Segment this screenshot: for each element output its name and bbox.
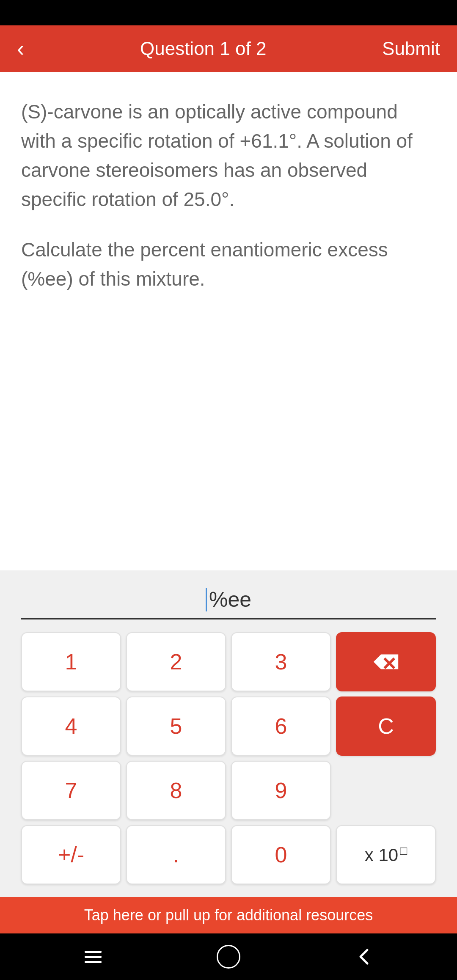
bottom-banner[interactable]: Tap here or pull up for additional resou… [0,897,457,933]
key-8[interactable]: 8 [126,761,226,820]
question-paragraph-1: (S)-carvone is an optically active compo… [21,97,436,214]
key-empty [336,761,436,820]
answer-input-container[interactable]: %ee [21,587,436,619]
x10-superscript: □ [400,844,407,857]
key-x10[interactable]: x 10□ [336,825,436,884]
nav-home-icon[interactable] [217,945,240,969]
key-7[interactable]: 7 [21,761,121,820]
key-backspace[interactable] [336,632,436,691]
key-1[interactable]: 1 [21,632,121,691]
key-5[interactable]: 5 [126,696,226,756]
svg-rect-3 [85,951,102,953]
status-bar [0,0,457,25]
key-3[interactable]: 3 [231,632,331,691]
nav-menu-icon[interactable] [81,945,105,969]
question-text: (S)-carvone is an optically active compo… [21,97,436,294]
key-clear[interactable]: C [336,696,436,756]
key-sign[interactable]: +/- [21,825,121,884]
key-2[interactable]: 2 [126,632,226,691]
question-progress: Question 1 of 2 [24,38,382,59]
input-area: %ee 1 2 3 4 5 [0,570,457,897]
back-button[interactable]: ‹ [17,38,24,60]
bottom-banner-text: Tap here or pull up for additional resou… [84,906,373,924]
home-circle [217,945,240,969]
header: ‹ Question 1 of 2 Submit [0,25,457,72]
backspace-icon [371,651,401,672]
cursor [206,588,207,611]
key-decimal[interactable]: . [126,825,226,884]
submit-button[interactable]: Submit [382,38,440,59]
key-0[interactable]: 0 [231,825,331,884]
key-4[interactable]: 4 [21,696,121,756]
nav-back-icon[interactable] [352,945,376,969]
svg-rect-5 [85,961,102,963]
nav-bar [0,933,457,980]
x10-label: x 10□ [365,844,407,865]
key-6[interactable]: 6 [231,696,331,756]
svg-rect-4 [85,956,102,958]
keypad: 1 2 3 4 5 6 C [21,632,436,884]
question-area: (S)-carvone is an optically active compo… [0,72,457,570]
answer-display: %ee [209,587,251,612]
question-paragraph-2: Calculate the percent enantiomeric exces… [21,235,436,294]
key-9[interactable]: 9 [231,761,331,820]
